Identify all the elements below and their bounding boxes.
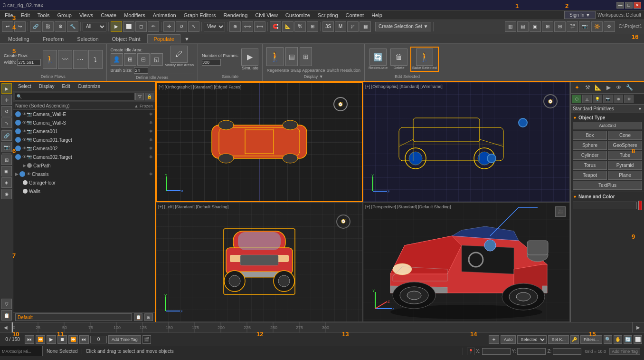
cmd-tab-hierarchy[interactable]: 📐	[593, 83, 603, 92]
tab-freeform[interactable]: Freeform	[37, 34, 70, 43]
layer-btn1[interactable]: 📋	[134, 313, 142, 321]
sign-in-btn[interactable]: Sign In ▼	[564, 11, 596, 19]
layer-select[interactable]: Default	[15, 313, 132, 321]
z-input[interactable]	[553, 348, 581, 355]
toolbar-r3[interactable]: ▣	[530, 21, 541, 32]
bind-btn[interactable]: ⚙	[55, 21, 66, 32]
curve-btn[interactable]: ◸	[347, 21, 359, 32]
cmd-tab-create[interactable]: ✦	[572, 83, 582, 92]
vp-persp-cam-btn[interactable]: 🎥	[555, 206, 566, 217]
tab-selection[interactable]: Selection	[71, 34, 104, 43]
display-btn2[interactable]: ▤	[285, 47, 298, 66]
scene-item-chassis[interactable]: ▶ 👁 Chassis ❄	[13, 170, 155, 178]
menu-views[interactable]: Views	[76, 11, 97, 19]
prim-pyramid[interactable]: Pyramid	[608, 161, 642, 170]
nav-zoom-btn[interactable]: 🔍	[604, 335, 612, 344]
center-btn[interactable]: ⊕	[229, 21, 241, 32]
scene-item-camera002[interactable]: 👁📷 Camera002 ❄	[13, 144, 155, 153]
angle-snap[interactable]: 📐	[282, 21, 294, 32]
idle-btn-1[interactable]: 👤	[111, 53, 123, 66]
idle-btn-3[interactable]: ⊟	[137, 53, 150, 66]
flow-btn-4[interactable]: ⤵	[88, 50, 103, 69]
scene-select[interactable]: Select	[14, 83, 35, 90]
lt-scale-btn[interactable]: ⤡	[1, 117, 12, 128]
align-btn[interactable]: ⟺	[254, 21, 265, 32]
sub-tab-cameras[interactable]: 📷	[603, 95, 613, 103]
cmd-tab-motion[interactable]: ▶	[603, 83, 614, 92]
nav-maximize-btn[interactable]: ⬜	[634, 335, 642, 344]
maxscript-mini[interactable]: MAXScript Mi...	[0, 346, 43, 356]
spinner-snap[interactable]: ⊞	[307, 21, 318, 32]
sub-tab-shapes[interactable]: △	[582, 95, 592, 103]
lt-link-btn[interactable]: 🔗	[1, 130, 12, 141]
next-frame-btn[interactable]: ⏩	[68, 335, 78, 344]
menu-tools[interactable]: Tools	[34, 11, 54, 19]
lt-rotate-btn[interactable]: ↺	[1, 106, 12, 117]
tab-modeling[interactable]: Modeling	[2, 34, 36, 43]
go-end-btn[interactable]: ⏭	[79, 335, 89, 344]
brush-size-input[interactable]	[134, 67, 148, 74]
paint-btn[interactable]: ✏	[148, 21, 159, 32]
menu-create[interactable]: Create	[97, 11, 120, 19]
scene-filter-btn[interactable]: ▽	[135, 93, 144, 100]
viewport-left[interactable]: [+] [Left] [Standard] [Default Shading] …	[156, 202, 363, 322]
sub-tab-systems[interactable]: ⚙	[624, 95, 634, 103]
flow-btn-1[interactable]: 🚶	[43, 50, 57, 69]
prim-cylinder[interactable]: Cylinder	[573, 151, 607, 160]
x-input[interactable]	[482, 348, 511, 355]
view-select[interactable]: View	[204, 22, 225, 31]
scene-item-walls[interactable]: Walls	[13, 187, 155, 195]
menu-animation[interactable]: Animation	[149, 11, 180, 19]
prim-tube[interactable]: Tube	[608, 151, 642, 160]
tab-extra[interactable]: ▼	[181, 35, 192, 43]
add-keys-btn[interactable]: +	[489, 335, 499, 344]
menu-help[interactable]: Help	[368, 11, 386, 19]
current-frame-input[interactable]	[90, 336, 107, 343]
flow-width-input[interactable]	[17, 59, 41, 66]
simulate-btn[interactable]: ▶ Simulate	[241, 49, 258, 70]
unlink-btn[interactable]: ⛓	[42, 21, 54, 32]
percent-snap[interactable]: %	[294, 21, 306, 32]
lt-btn4[interactable]: ▣	[1, 166, 12, 176]
viewport-perspective[interactable]: [+] [Perspective] [Standard] [Default Sh…	[363, 202, 570, 322]
link-btn[interactable]: 🔗	[30, 21, 41, 32]
lasso-btn[interactable]: ◻	[135, 21, 147, 32]
flow-btn-2[interactable]: 〰	[58, 50, 72, 69]
toolbar-r9[interactable]: ⚙	[604, 21, 615, 32]
stop-btn[interactable]: ⏹	[57, 335, 67, 344]
mirror-btn[interactable]: ⟺	[242, 21, 253, 32]
lt-layers-btn[interactable]: 📋	[1, 310, 12, 321]
menu-civil-view[interactable]: Civil View	[251, 11, 281, 19]
color-swatch[interactable]	[638, 201, 642, 210]
y-input[interactable]	[517, 348, 546, 355]
menu-file[interactable]: File	[1, 11, 17, 19]
toolbar-r5[interactable]: ⊟	[554, 21, 566, 32]
resimulate-btn[interactable]: 🔄 Resimulate	[369, 49, 388, 70]
prim-box[interactable]: Box	[573, 131, 607, 140]
set-key-btn[interactable]: Set K...	[548, 335, 569, 344]
tab-populate[interactable]: Populate	[147, 34, 180, 43]
lt-camera-btn[interactable]: 📷	[1, 142, 12, 152]
viewport-wireframe[interactable]: [+] [Orthographic] [Standard] [Wireframe…	[363, 82, 570, 202]
cmd-tab-utility[interactable]: 🔧	[624, 83, 635, 92]
toolbar-r8[interactable]: 🔆	[591, 21, 603, 32]
lt-select-btn[interactable]: ▶	[1, 83, 12, 94]
scale-btn[interactable]: ⤡	[188, 21, 199, 32]
schematic-btn[interactable]: 3S	[322, 21, 334, 32]
prev-frame-btn[interactable]: ⏪	[36, 335, 45, 344]
minimize-btn[interactable]: —	[616, 2, 624, 9]
bind2-btn[interactable]: 🔧	[67, 21, 78, 32]
lt-btn6[interactable]: ◉	[1, 189, 12, 199]
redo-btn[interactable]: ↪	[14, 21, 26, 32]
prim-torus[interactable]: Torus	[573, 161, 607, 170]
idle-btn-4[interactable]: ◱	[151, 53, 163, 66]
scene-item-carpath[interactable]: ▶ CarPath	[13, 161, 155, 170]
close-btn[interactable]: ✕	[634, 2, 641, 9]
region-btn[interactable]: ⬜	[123, 21, 134, 32]
go-start-btn[interactable]: ⏮	[25, 335, 34, 344]
flow-btn-3[interactable]: ⋯	[73, 50, 87, 69]
render-btn[interactable]: ▦	[360, 21, 371, 32]
modify-idle-btn[interactable]: 🖊	[170, 46, 188, 63]
move-btn[interactable]: ✛	[163, 21, 175, 32]
key-filter-icon[interactable]: 🔑	[570, 335, 579, 344]
